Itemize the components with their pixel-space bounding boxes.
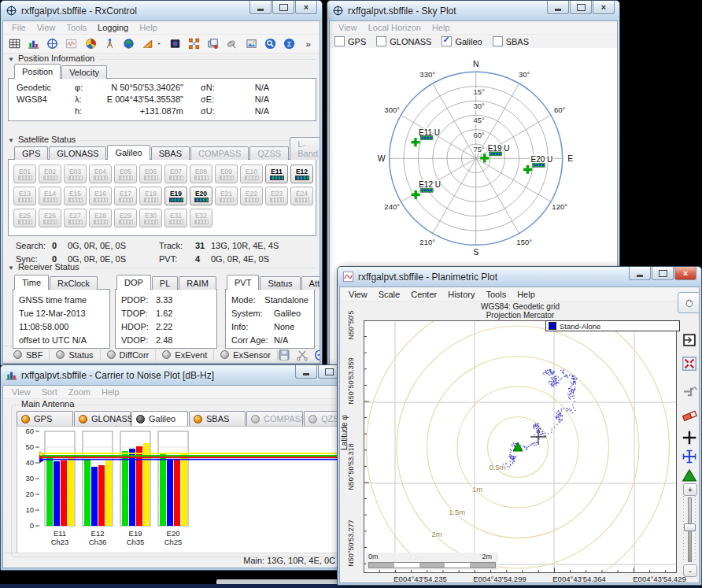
- statusbar-item-status[interactable]: Status: [50, 349, 100, 361]
- toolbar-signal-plot-button[interactable]: [65, 37, 77, 50]
- menu-help[interactable]: Help: [96, 387, 125, 397]
- satellite-button-e29[interactable]: E29: [114, 209, 137, 227]
- satellite-button-e10[interactable]: E10: [240, 165, 263, 183]
- collapse-arrow-icon[interactable]: [8, 54, 14, 63]
- satellite-button-e17[interactable]: E17: [114, 187, 137, 205]
- menu-center[interactable]: Center: [405, 290, 442, 299]
- satellite-button-e05[interactable]: E05: [114, 165, 137, 183]
- toolbar-image-button[interactable]: [246, 37, 257, 50]
- triangle-marker-button[interactable]: [681, 467, 698, 484]
- satellite-button-e18[interactable]: E18: [139, 187, 162, 205]
- crosshair-marker-button[interactable]: [681, 448, 698, 465]
- statusbar-item-diffcorr[interactable]: DiffCorr: [101, 349, 157, 361]
- satellite-button-e19[interactable]: E19: [164, 187, 187, 205]
- checkbox-icon[interactable]: [493, 36, 503, 46]
- constellation-checkbox-glonass[interactable]: GLONASS: [376, 36, 431, 46]
- satellite-button-e16[interactable]: E16: [89, 187, 112, 205]
- satellite-button-e08[interactable]: E08: [190, 165, 212, 183]
- receiver-tab-pvt[interactable]: PVT: [227, 275, 259, 290]
- constellation-checkbox-gps[interactable]: GPS: [334, 36, 366, 46]
- satellite-button-e26[interactable]: E26: [39, 209, 61, 227]
- toolbar-pie-chart-button[interactable]: [85, 37, 97, 50]
- satellite-button-e25[interactable]: E25: [13, 209, 36, 227]
- toolbar-dropdown-button[interactable]: [156, 37, 162, 50]
- satellite-button-e32[interactable]: E32: [190, 209, 212, 227]
- satellite-button-e09[interactable]: E09: [215, 165, 238, 183]
- position-tab-velocity[interactable]: Velocity: [61, 65, 107, 79]
- menu-file[interactable]: File: [6, 23, 31, 32]
- receiver-tab-pl[interactable]: PL: [152, 276, 178, 290]
- constellation-tab-glonass[interactable]: GLONASS: [49, 146, 106, 160]
- receiver-tab-dop[interactable]: DOP: [116, 275, 151, 290]
- satellite-button-e06[interactable]: E06: [139, 165, 162, 183]
- toolbar-windows-button[interactable]: [207, 37, 219, 50]
- satellite-button-e23[interactable]: E23: [265, 187, 288, 205]
- toolbar-satellite-button[interactable]: [226, 37, 238, 50]
- satellite-button-e04[interactable]: E04: [89, 165, 112, 183]
- rxcontrol-titlebar[interactable]: rxffgalpvt.sbffile - RxControl ×: [1, 1, 322, 20]
- menu-help[interactable]: Help: [134, 23, 163, 32]
- statusbar-item-exsensor[interactable]: ExSensor: [214, 349, 278, 361]
- satellite-button-e07[interactable]: E07: [164, 165, 187, 183]
- satellite-button-e03[interactable]: E03: [64, 165, 87, 183]
- toolbar-sky-plot-button[interactable]: [46, 37, 58, 50]
- scissors-button[interactable]: [296, 349, 309, 361]
- cnplot-titlebar[interactable]: rxffgalpvt.sbffile - Carrier to Noise Pl…: [1, 365, 368, 385]
- zoom-slider-handle[interactable]: [684, 523, 696, 531]
- constellation-checkbox-sbas[interactable]: SBAS: [493, 36, 529, 46]
- satellite-button-e30[interactable]: E30: [139, 209, 162, 227]
- minimize-button[interactable]: [249, 1, 272, 14]
- cn-tab-sbas[interactable]: SBAS: [189, 411, 246, 426]
- satellite-button-e22[interactable]: E22: [240, 187, 263, 205]
- minimize-button[interactable]: [547, 1, 569, 14]
- menu-local-horizon[interactable]: Local Horizon: [363, 23, 427, 32]
- collapse-arrow-icon[interactable]: [8, 262, 14, 272]
- menu-scale[interactable]: Scale: [373, 290, 406, 299]
- collapse-arrow-icon[interactable]: [8, 135, 14, 144]
- menu-help[interactable]: Help: [512, 290, 541, 299]
- satellite-button-e27[interactable]: E27: [64, 209, 87, 227]
- position-tab-position[interactable]: Position: [14, 64, 61, 79]
- toolbar-cn-plot-button[interactable]: [28, 37, 39, 50]
- satellite-button-e12[interactable]: E12: [290, 165, 313, 183]
- faucet-button[interactable]: [681, 383, 698, 401]
- planimetric-titlebar[interactable]: rxffgalpvt.sbffile - Planimetric Plot ×: [338, 267, 701, 287]
- receiver-tab-rxclock[interactable]: RxClock: [50, 276, 98, 290]
- cross-marker-button[interactable]: [681, 429, 698, 446]
- satellite-button-e01[interactable]: E01: [13, 165, 36, 183]
- maximize-button[interactable]: [652, 267, 674, 280]
- receiver-tab-time[interactable]: Time: [14, 275, 49, 290]
- statusbar-item-sbf[interactable]: SBF: [7, 349, 50, 361]
- record-button[interactable]: [314, 349, 320, 361]
- save-button[interactable]: [278, 349, 290, 361]
- menu-tools[interactable]: Tools: [61, 23, 92, 32]
- maximize-button[interactable]: [272, 1, 294, 14]
- menu-zoom[interactable]: Zoom: [63, 387, 96, 397]
- cn-tab-glonass[interactable]: GLONASS: [74, 411, 131, 426]
- toolbar-zoom-button[interactable]: [264, 37, 276, 50]
- statusbar-item-exevent[interactable]: ExEvent: [156, 349, 214, 361]
- maximize-button[interactable]: [570, 1, 592, 14]
- zoom-in-button[interactable]: +: [683, 483, 697, 496]
- toolbar-overflow-button[interactable]: »: [302, 37, 314, 50]
- checkbox-icon[interactable]: [334, 36, 345, 46]
- satellite-button-e11[interactable]: E11: [265, 165, 288, 183]
- toolbar-earth-button[interactable]: [123, 37, 135, 50]
- receiver-tab-att[interactable]: Att: [301, 276, 320, 290]
- satellite-button-e28[interactable]: E28: [89, 209, 112, 227]
- menu-sort[interactable]: Sort: [36, 387, 63, 397]
- satellite-button-e15[interactable]: E15: [64, 187, 87, 205]
- constellation-tab-galileo[interactable]: Galileo: [107, 145, 150, 160]
- menu-logging[interactable]: Logging: [92, 23, 134, 32]
- zoom-extents-button[interactable]: [681, 355, 698, 372]
- checkbox-icon[interactable]: [442, 36, 452, 46]
- receiver-tab-status[interactable]: Status: [260, 276, 300, 290]
- close-button[interactable]: ×: [593, 1, 615, 14]
- minimize-button[interactable]: [295, 365, 317, 379]
- eraser-button[interactable]: [681, 405, 698, 423]
- constellation-tab-gps[interactable]: GPS: [14, 146, 48, 160]
- zoom-out-button[interactable]: -: [683, 564, 697, 577]
- menu-history[interactable]: History: [442, 290, 480, 299]
- satellite-button-e02[interactable]: E02: [39, 165, 61, 183]
- menu-view[interactable]: View: [6, 387, 36, 397]
